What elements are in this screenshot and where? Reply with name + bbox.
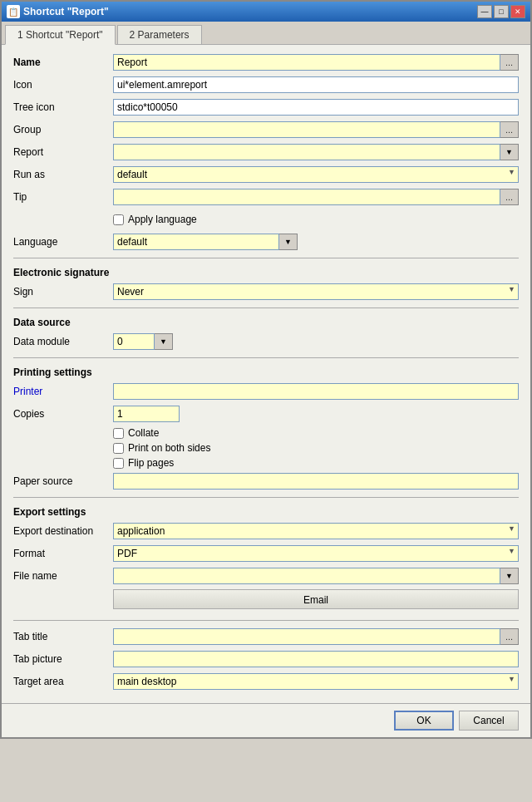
language-select-wrap: ▼ xyxy=(113,234,298,250)
export-dest-row: Export destination application file emai… xyxy=(13,522,519,540)
cancel-button[interactable]: Cancel xyxy=(459,711,519,731)
run-as-select-wrap: default user admin xyxy=(113,166,519,183)
tree-icon-row: Tree icon xyxy=(13,98,519,116)
tab-picture-label: Tab picture xyxy=(13,653,113,665)
collate-label: Collate xyxy=(128,427,159,439)
title-bar: 📋 Shortcut "Report" — □ ✕ xyxy=(2,2,530,22)
title-bar-buttons: — □ ✕ xyxy=(477,5,525,18)
copies-row: Copies xyxy=(13,405,519,423)
tab-title-row: Tab title ... xyxy=(13,627,519,646)
data-module-row: Data module ▼ xyxy=(13,332,519,351)
window-title: Shortcut "Report" xyxy=(23,6,109,17)
tab-title-wrap: ... xyxy=(113,628,519,645)
tree-icon-label: Tree icon xyxy=(13,101,113,113)
copies-label: Copies xyxy=(13,408,113,420)
data-module-dropdown-button[interactable]: ▼ xyxy=(155,333,173,350)
printing-settings-header: Printing settings xyxy=(13,367,519,378)
icon-input[interactable] xyxy=(113,76,519,93)
paper-source-input[interactable] xyxy=(113,473,519,490)
printer-input[interactable] xyxy=(113,383,519,400)
sign-select-wrap: Never Always Optional xyxy=(113,283,519,300)
apply-language-checkbox[interactable] xyxy=(113,214,124,225)
electronic-signature-header: Electronic signature xyxy=(13,267,519,278)
print-both-checkbox[interactable] xyxy=(113,443,124,454)
form-content: Name ... Icon Tree icon Group ... Re xyxy=(2,45,530,703)
name-label: Name xyxy=(13,57,113,68)
group-browse-button[interactable]: ... xyxy=(500,121,519,138)
name-input[interactable] xyxy=(113,54,500,71)
tip-input[interactable] xyxy=(113,189,500,205)
tab-parameters[interactable]: 2 Parameters xyxy=(117,25,202,44)
run-as-label: Run as xyxy=(13,169,113,180)
export-settings-header: Export settings xyxy=(13,506,519,518)
file-name-input[interactable] xyxy=(113,568,500,584)
apply-language-label: Apply language xyxy=(128,214,197,225)
tree-icon-input[interactable] xyxy=(113,99,519,116)
language-row: Language ▼ xyxy=(13,233,519,251)
minimize-button[interactable]: — xyxy=(477,5,492,18)
export-dest-select[interactable]: application file email xyxy=(113,523,519,539)
tip-field-wrap: ... xyxy=(113,189,519,205)
data-module-input[interactable] xyxy=(113,333,155,350)
main-window: 📋 Shortcut "Report" — □ ✕ 1 Shortcut "Re… xyxy=(0,0,532,739)
tip-row: Tip ... xyxy=(13,188,519,206)
run-as-select[interactable]: default user admin xyxy=(113,166,519,183)
language-label: Language xyxy=(13,236,113,248)
collate-row: Collate xyxy=(113,427,519,439)
close-button[interactable]: ✕ xyxy=(510,5,525,18)
data-module-wrap: ▼ xyxy=(113,333,173,350)
report-row: Report ▼ xyxy=(13,143,519,161)
collate-checkbox[interactable] xyxy=(113,428,124,439)
format-label: Format xyxy=(13,548,113,559)
print-both-label: Print on both sides xyxy=(128,442,210,454)
sign-row: Sign Never Always Optional xyxy=(13,283,519,301)
file-name-label: File name xyxy=(13,570,113,582)
report-dropdown-button[interactable]: ▼ xyxy=(500,144,519,160)
group-input[interactable] xyxy=(113,121,500,138)
tip-label: Tip xyxy=(13,191,113,203)
file-name-row: File name ▼ xyxy=(13,567,519,585)
apply-language-wrap: Apply language xyxy=(113,214,197,225)
tab-title-input[interactable] xyxy=(113,628,500,645)
footer: OK Cancel xyxy=(2,703,530,737)
report-input[interactable] xyxy=(113,144,500,160)
paper-source-row: Paper source xyxy=(13,472,519,490)
printer-label: Printer xyxy=(13,386,113,397)
icon-row: Icon xyxy=(13,76,519,94)
export-dest-select-wrap: application file email xyxy=(113,523,519,539)
run-as-row: Run as default user admin xyxy=(13,165,519,184)
tab-bar: 1 Shortcut "Report" 2 Parameters xyxy=(2,22,530,45)
email-button[interactable]: Email xyxy=(113,589,519,609)
name-row: Name ... xyxy=(13,53,519,71)
flip-pages-row: Flip pages xyxy=(113,457,519,469)
printer-row: Printer xyxy=(13,382,519,401)
maximize-button[interactable]: □ xyxy=(494,5,509,18)
format-row: Format PDF Excel Word HTML xyxy=(13,544,519,563)
language-dropdown-button[interactable]: ▼ xyxy=(279,234,298,250)
format-select-wrap: PDF Excel Word HTML xyxy=(113,545,519,562)
target-area-select-wrap: main desktop secondary popup xyxy=(113,673,519,690)
group-row: Group ... xyxy=(13,121,519,139)
tab-title-browse-button[interactable]: ... xyxy=(500,628,519,645)
flip-pages-label: Flip pages xyxy=(128,457,174,469)
tab-shortcut[interactable]: 1 Shortcut "Report" xyxy=(5,25,116,45)
tab-picture-input[interactable] xyxy=(113,651,519,667)
name-browse-button[interactable]: ... xyxy=(500,54,519,71)
tab-title-label: Tab title xyxy=(13,631,113,642)
window-icon: 📋 xyxy=(7,5,20,18)
flip-pages-checkbox[interactable] xyxy=(113,458,124,469)
file-name-dropdown-button[interactable]: ▼ xyxy=(500,568,519,584)
target-area-select[interactable]: main desktop secondary popup xyxy=(113,673,519,690)
tab-picture-row: Tab picture xyxy=(13,650,519,668)
print-both-row: Print on both sides xyxy=(113,442,519,454)
sign-select[interactable]: Never Always Optional xyxy=(113,283,519,300)
format-select[interactable]: PDF Excel Word HTML xyxy=(113,545,519,562)
ok-button[interactable]: OK xyxy=(394,711,454,731)
tip-browse-button[interactable]: ... xyxy=(500,189,519,205)
target-area-label: Target area xyxy=(13,676,113,687)
language-input[interactable] xyxy=(113,234,279,250)
data-source-header: Data source xyxy=(13,317,519,328)
copies-input[interactable] xyxy=(113,406,180,422)
paper-source-label: Paper source xyxy=(13,475,113,487)
email-row: Email xyxy=(13,589,519,613)
